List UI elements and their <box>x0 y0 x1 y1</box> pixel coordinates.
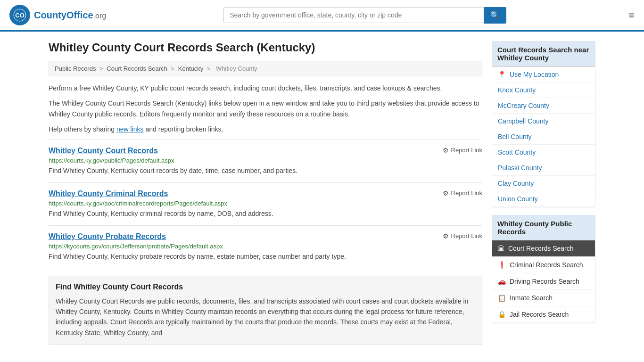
record-item: Whitley County Criminal Records ⚙ Report… <box>49 182 482 225</box>
find-section-title: Find Whitley County Court Records <box>56 283 475 291</box>
pub-record-icon-2: 🚗 <box>498 278 506 285</box>
find-section-desc: Whitley County Court Records are public … <box>56 296 475 338</box>
records-container: Whitley County Court Records ⚙ Report Li… <box>49 140 482 268</box>
breadcrumb-public-records[interactable]: Public Records <box>55 65 96 72</box>
nearby-county-item[interactable]: Campbell County <box>492 114 595 129</box>
intro-para1: Perform a free Whitley County, KY public… <box>49 83 482 93</box>
nearby-county-item[interactable]: McCreary County <box>492 98 595 114</box>
pub-record-item[interactable]: 🏛 Court Records Search <box>492 240 595 257</box>
nearby-county-link-4[interactable]: Scott County <box>492 145 595 160</box>
pub-record-icon-3: 📋 <box>498 294 506 302</box>
pub-record-icon-1: ❗ <box>498 261 506 269</box>
breadcrumb: Public Records > Court Records Search > … <box>49 61 482 76</box>
logo-text: CountyOffice.org <box>34 10 106 21</box>
report-link-label-0: Report Link <box>451 147 482 154</box>
record-title-1[interactable]: Whitley County Criminal Records <box>49 189 168 198</box>
nearby-county-link-2[interactable]: Campbell County <box>492 114 595 129</box>
main-content: Whitley County Court Records Search (Ken… <box>49 41 482 345</box>
record-url-0: https://courts.ky.gov/public/Pages/defau… <box>49 157 482 164</box>
breadcrumb-current: Whitley County <box>216 65 257 72</box>
report-link-2[interactable]: ⚙ Report Link <box>443 232 482 240</box>
pub-record-label-0: Court Records Search <box>508 245 574 252</box>
nearby-county-item[interactable]: Union County <box>492 191 595 207</box>
record-title-0[interactable]: Whitley County Court Records <box>49 147 158 155</box>
logo-icon: CO <box>9 5 30 25</box>
record-url-2: https://kycourts.gov/courts/Jefferson/pr… <box>49 243 482 250</box>
nearby-county-item[interactable]: Pulaski County <box>492 160 595 176</box>
record-desc-2: Find Whitley County, Kentucky probate re… <box>49 252 482 262</box>
pub-record-link-2[interactable]: 🚗 Driving Records Search <box>492 273 595 289</box>
breadcrumb-kentucky[interactable]: Kentucky <box>178 65 203 72</box>
pub-record-link-3[interactable]: 📋 Inmate Search <box>492 290 595 306</box>
svg-text:CO: CO <box>15 12 25 19</box>
pub-record-item[interactable]: 🚗 Driving Records Search <box>492 273 595 290</box>
report-link-0[interactable]: ⚙ Report Link <box>443 147 482 154</box>
record-desc-0: Find Whitley County, Kentucky court reco… <box>49 166 482 176</box>
page-title: Whitley County Court Records Search (Ken… <box>49 41 482 54</box>
report-icon-0: ⚙ <box>443 147 449 154</box>
pub-record-label-4: Jail Records Search <box>510 311 569 318</box>
nearby-header: Court Records Search near Whitley County <box>492 41 595 67</box>
nearby-county-item[interactable]: Bell County <box>492 129 595 145</box>
report-icon-1: ⚙ <box>443 189 449 197</box>
record-item: Whitley County Probate Records ⚙ Report … <box>49 225 482 268</box>
sidebar: Court Records Search near Whitley County… <box>492 41 595 345</box>
use-my-location-item[interactable]: 📍 Use My Location <box>492 67 595 82</box>
report-link-label-1: Report Link <box>451 189 482 197</box>
pub-record-link-1[interactable]: ❗ Criminal Records Search <box>492 257 595 273</box>
pub-record-item[interactable]: 🔒 Jail Records Search <box>492 306 595 323</box>
nearby-county-link-6[interactable]: Clay County <box>492 176 595 191</box>
menu-button[interactable]: ≡ <box>628 9 635 21</box>
page-container: Whitley County Court Records Search (Ken… <box>39 32 605 354</box>
use-my-location-link[interactable]: 📍 Use My Location <box>492 67 595 82</box>
public-records-section: Whitley County Public Records 🏛 Court Re… <box>492 215 595 323</box>
nearby-county-link-1[interactable]: McCreary County <box>492 98 595 113</box>
use-my-location-label: Use My Location <box>510 71 559 78</box>
pub-record-label-1: Criminal Records Search <box>510 261 583 269</box>
public-records-header: Whitley County Public Records <box>492 215 595 240</box>
site-header: CO CountyOffice.org 🔍 ≡ <box>0 0 644 32</box>
pub-record-label-3: Inmate Search <box>510 294 553 302</box>
pub-record-link-4[interactable]: 🔒 Jail Records Search <box>492 306 595 322</box>
search-button[interactable]: 🔍 <box>484 7 506 24</box>
pub-record-icon-4: 🔒 <box>498 311 506 318</box>
pub-record-item[interactable]: ❗ Criminal Records Search <box>492 257 595 273</box>
public-records-list: 🏛 Court Records Search ❗ Criminal Record… <box>492 240 595 323</box>
search-area: 🔍 <box>223 7 506 24</box>
breadcrumb-court-records-search[interactable]: Court Records Search <box>107 65 167 72</box>
report-link-1[interactable]: ⚙ Report Link <box>443 189 482 197</box>
nearby-list: 📍 Use My Location Knox CountyMcCreary Co… <box>492 67 595 207</box>
nearby-county-item[interactable]: Clay County <box>492 176 595 191</box>
report-link-label-2: Report Link <box>451 232 482 239</box>
intro-para3: Help others by sharing new links and rep… <box>49 124 482 134</box>
location-icon: 📍 <box>498 71 506 78</box>
search-input[interactable] <box>223 7 484 23</box>
find-section: Find Whitley County Court Records Whitle… <box>49 276 482 346</box>
pub-record-label-2: Driving Records Search <box>510 278 579 285</box>
nearby-county-item[interactable]: Scott County <box>492 145 595 160</box>
record-item: Whitley County Court Records ⚙ Report Li… <box>49 140 482 182</box>
report-icon-2: ⚙ <box>443 232 449 240</box>
new-links-link[interactable]: new links <box>116 125 144 133</box>
nearby-county-link-0[interactable]: Knox County <box>492 82 595 98</box>
record-desc-1: Find Whitley County, Kentucky criminal r… <box>49 209 482 219</box>
record-title-2[interactable]: Whitley County Probate Records <box>49 232 166 241</box>
pub-record-link-0[interactable]: 🏛 Court Records Search <box>492 240 595 256</box>
record-url-1: https://courts.ky.gov/aoc/criminalrecord… <box>49 200 482 207</box>
nearby-county-link-3[interactable]: Bell County <box>492 129 595 144</box>
nearby-county-item[interactable]: Knox County <box>492 82 595 98</box>
pub-record-icon-0: 🏛 <box>498 245 504 252</box>
nearby-county-link-5[interactable]: Pulaski County <box>492 160 595 175</box>
intro-para2: The Whitley County Court Records Search … <box>49 98 482 119</box>
logo-area: CO CountyOffice.org <box>9 5 106 25</box>
nearby-county-link-7[interactable]: Union County <box>492 191 595 206</box>
nearby-section: Court Records Search near Whitley County… <box>492 41 595 207</box>
pub-record-item[interactable]: 📋 Inmate Search <box>492 290 595 306</box>
